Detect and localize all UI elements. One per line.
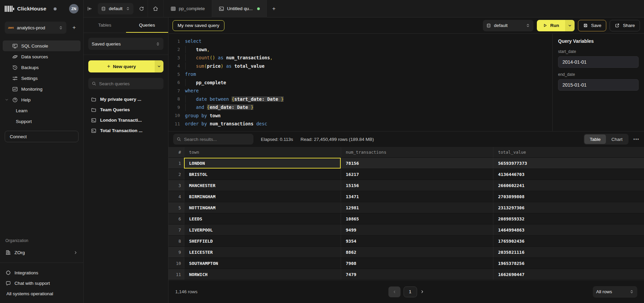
cell-total_value[interactable]: 4136446703 bbox=[493, 169, 644, 180]
cell-total_value[interactable]: 2313297306 bbox=[493, 202, 644, 213]
cell-total_value[interactable]: 1662690447 bbox=[493, 269, 644, 280]
add-service-button[interactable]: + bbox=[70, 23, 79, 32]
cell-town[interactable]: SHEFFIELD bbox=[184, 236, 341, 246]
saved-query-chip[interactable]: My new saved query bbox=[173, 20, 224, 31]
column-header-num_transactions[interactable]: num_transactions bbox=[341, 147, 493, 157]
view-table-tab[interactable]: Table bbox=[584, 134, 606, 144]
cell-total_value[interactable]: 56593977373 bbox=[493, 158, 644, 169]
sidebar-item-settings[interactable]: Settings bbox=[0, 73, 83, 84]
page-size-select[interactable]: All rows bbox=[593, 286, 637, 298]
cell-total_value[interactable]: 1464994863 bbox=[493, 224, 644, 235]
cell-num_transactions[interactable]: 78156 bbox=[341, 158, 493, 169]
sidebar-item-label: Learn bbox=[16, 108, 28, 113]
cell-num_transactions[interactable]: 16217 bbox=[341, 169, 493, 180]
new-query-button[interactable]: + New query bbox=[88, 60, 155, 72]
cell-town[interactable]: BIRMINGHAM bbox=[184, 191, 341, 202]
cell-town[interactable]: BRISTOL bbox=[184, 169, 341, 180]
cell-total_value[interactable]: 2660602241 bbox=[493, 180, 644, 191]
history-icon bbox=[12, 65, 18, 70]
sidebar: ClickHouse ZN aws analytics-prod + SQL C… bbox=[0, 0, 84, 303]
query-variables-panel: Query Variables start_dateend_date bbox=[552, 34, 644, 131]
cell-town[interactable]: LIVERPOOL bbox=[184, 224, 341, 235]
editor-database-select[interactable]: default bbox=[483, 20, 533, 31]
sidebar-item-monitoring[interactable]: Monitoring bbox=[0, 84, 83, 94]
chevron-down-icon bbox=[5, 98, 9, 102]
cell-num_transactions[interactable]: 10865 bbox=[341, 213, 493, 224]
cell-num_transactions[interactable]: 15156 bbox=[341, 180, 493, 191]
cell-total_value[interactable]: 1765902436 bbox=[493, 236, 644, 246]
home-icon[interactable] bbox=[148, 6, 163, 11]
sidebar-footer-all-systems-operational[interactable]: All systems operational bbox=[0, 289, 83, 299]
cell-town[interactable]: LONDON bbox=[184, 158, 341, 169]
refresh-icon[interactable] bbox=[135, 6, 148, 11]
run-button[interactable]: Run bbox=[537, 20, 565, 31]
cell-town[interactable]: SOUTHAMPTON bbox=[184, 258, 341, 269]
cell-total_value[interactable]: 1965378256 bbox=[493, 258, 644, 269]
cell-num_transactions[interactable]: 12981 bbox=[341, 202, 493, 213]
editor-tab-untitled-qu-[interactable]: Untitled qu... bbox=[212, 0, 267, 18]
cell-town[interactable]: NOTTINGHAM bbox=[184, 202, 341, 213]
sql-editor[interactable]: 1select2 town,3 count() as num_transacti… bbox=[168, 34, 552, 131]
cell-total_value[interactable]: 2089859332 bbox=[493, 213, 644, 224]
search-queries-input[interactable] bbox=[99, 81, 160, 86]
run-caret-button[interactable] bbox=[565, 20, 575, 31]
cell-total_value[interactable]: 2703899808 bbox=[493, 191, 644, 202]
code-text: where bbox=[185, 88, 199, 93]
current-page[interactable]: 1 bbox=[403, 286, 417, 297]
prev-page-button[interactable] bbox=[388, 286, 400, 297]
more-options-icon[interactable]: ••• bbox=[633, 137, 639, 142]
collapse-sidebar-icon[interactable] bbox=[84, 6, 96, 11]
cell-total_value[interactable]: 2035821116 bbox=[493, 247, 644, 257]
cell-num_transactions[interactable]: 13471 bbox=[341, 191, 493, 202]
sidebar-item-learn[interactable]: Learn bbox=[0, 105, 83, 116]
cell-town[interactable]: LEICESTER bbox=[184, 247, 341, 257]
user-avatar[interactable]: ZN bbox=[69, 4, 79, 13]
cell-town[interactable]: NORWICH bbox=[184, 269, 341, 280]
sidebar-item-support[interactable]: Support bbox=[0, 116, 83, 127]
sidebar-item-backups[interactable]: Backups bbox=[0, 62, 83, 73]
save-button[interactable]: Save bbox=[578, 20, 606, 31]
cell-num_transactions[interactable]: 7908 bbox=[341, 258, 493, 269]
saved-query-item[interactable]: My private query ... bbox=[84, 94, 168, 104]
cell-num_transactions[interactable]: 7479 bbox=[341, 269, 493, 280]
sidebar-footer-chat-with-support[interactable]: Chat with support bbox=[0, 278, 83, 289]
saved-query-item[interactable]: London Transacti... bbox=[84, 115, 168, 125]
saved-query-item[interactable]: Team Queries bbox=[84, 104, 168, 115]
cell-num_transactions[interactable]: 9499 bbox=[341, 224, 493, 235]
sidebar-item-help[interactable]: Help bbox=[0, 94, 83, 105]
chat-icon bbox=[5, 280, 11, 286]
organization-switcher[interactable]: ZOrg bbox=[0, 246, 83, 259]
help-icon bbox=[12, 97, 18, 103]
column-header-town[interactable]: town bbox=[184, 147, 341, 157]
sidebar-footer-label: All systems operational bbox=[6, 291, 53, 296]
sidebar-item-label: Backups bbox=[21, 65, 39, 70]
tab-queries[interactable]: Queries bbox=[126, 18, 168, 33]
new-query-caret-button[interactable] bbox=[155, 60, 163, 72]
connect-button[interactable]: Connect bbox=[5, 131, 79, 142]
organization-label: Organization bbox=[0, 238, 83, 243]
sidebar-nav: SQL ConsoleData sourcesBackupsSettingsMo… bbox=[0, 40, 83, 127]
editor-tab-pp-complete[interactable]: pp_complete bbox=[164, 0, 212, 18]
new-tab-button[interactable]: + bbox=[267, 0, 281, 18]
code-text: sum(price) as total_value bbox=[185, 63, 265, 69]
tab-tables[interactable]: Tables bbox=[84, 18, 126, 33]
view-chart-tab[interactable]: Chart bbox=[606, 134, 628, 144]
total-rows-count: 1,146 rows bbox=[175, 289, 197, 294]
topbar-database-select[interactable]: default bbox=[98, 3, 133, 14]
service-select[interactable]: aws analytics-prod bbox=[5, 22, 66, 34]
cell-town[interactable]: MANCHESTER bbox=[184, 180, 341, 191]
sidebar-item-sql-console[interactable]: SQL Console bbox=[3, 40, 81, 51]
saved-query-item[interactable]: Total Transaction ... bbox=[84, 125, 168, 136]
sidebar-footer-integrations[interactable]: Integrations bbox=[0, 268, 83, 278]
saved-queries-filter-select[interactable]: Saved queries bbox=[88, 38, 163, 50]
next-page-button[interactable] bbox=[420, 290, 424, 294]
column-header-total_value[interactable]: total_value bbox=[493, 147, 644, 157]
cell-town[interactable]: LEEDS bbox=[184, 213, 341, 224]
variable-input-end_date[interactable] bbox=[558, 79, 639, 91]
share-button[interactable]: Share bbox=[610, 20, 640, 31]
sidebar-item-data-sources[interactable]: Data sources bbox=[0, 51, 83, 62]
cell-num_transactions[interactable]: 8862 bbox=[341, 247, 493, 257]
variable-input-start_date[interactable] bbox=[558, 56, 639, 68]
search-results-input[interactable] bbox=[184, 137, 250, 142]
cell-num_transactions[interactable]: 9354 bbox=[341, 236, 493, 246]
